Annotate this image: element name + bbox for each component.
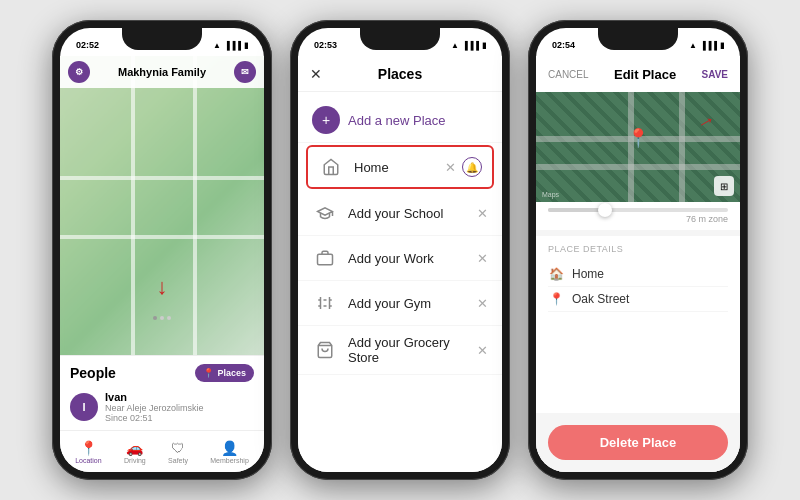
status-icons-1: ▲ ▐▐▐ ▮ bbox=[213, 41, 248, 50]
map-layer-icon[interactable]: ⊞ bbox=[714, 176, 734, 196]
map-road-h2 bbox=[60, 235, 264, 239]
place-row-gym[interactable]: Add your Gym ✕ bbox=[298, 281, 502, 326]
dot-1 bbox=[153, 316, 157, 320]
wifi-icon-2: ▲ bbox=[451, 41, 459, 50]
wifi-icon-3: ▲ bbox=[689, 41, 697, 50]
add-place-icon: + bbox=[312, 106, 340, 134]
home-place-name: Home bbox=[354, 160, 435, 175]
map-dots bbox=[153, 316, 171, 320]
phone-1: 02:52 ▲ ▐▐▐ ▮ ⚙ Makhynia Family ✉ ↓ bbox=[52, 20, 272, 480]
home-delete-icon[interactable]: ✕ bbox=[445, 160, 456, 175]
work-place-name: Add your Work bbox=[348, 251, 467, 266]
nav-membership-label: Membership bbox=[210, 457, 249, 464]
signal-icon-2: ▐▐▐ bbox=[462, 41, 479, 50]
radius-label: 76 m zone bbox=[548, 214, 728, 224]
status-icons-3: ▲ ▐▐▐ ▮ bbox=[689, 41, 724, 50]
grocery-place-icon bbox=[312, 337, 338, 363]
notch-3 bbox=[598, 28, 678, 50]
place-row-work[interactable]: Add your Work ✕ bbox=[298, 236, 502, 281]
work-delete-icon[interactable]: ✕ bbox=[477, 251, 488, 266]
map-road-h1 bbox=[60, 176, 264, 180]
bottom-nav-1: 📍 Location 🚗 Driving 🛡 Safety 👤 Membersh… bbox=[60, 430, 264, 472]
pin-detail-icon: 📍 bbox=[548, 292, 564, 306]
battery-icon-2: ▮ bbox=[482, 41, 486, 50]
radius-fill bbox=[548, 208, 602, 212]
map-road-v1 bbox=[131, 56, 135, 355]
signal-icon-3: ▐▐▐ bbox=[700, 41, 717, 50]
nav-membership[interactable]: 👤 Membership bbox=[210, 440, 249, 464]
maps-label: Maps bbox=[542, 191, 559, 198]
places-close-button[interactable]: ✕ bbox=[310, 66, 322, 82]
school-place-name: Add your School bbox=[348, 206, 467, 221]
place-details-title: Place details bbox=[548, 244, 728, 254]
map-road-v2 bbox=[193, 56, 197, 355]
home-detail-icon: 🏠 bbox=[548, 267, 564, 281]
gym-delete-icon[interactable]: ✕ bbox=[477, 296, 488, 311]
place-row-school[interactable]: Add your School ✕ bbox=[298, 191, 502, 236]
save-button[interactable]: SAVE bbox=[702, 69, 729, 80]
notch-2 bbox=[360, 28, 440, 50]
cancel-button[interactable]: CANCEL bbox=[548, 69, 589, 80]
edit-title: Edit Place bbox=[614, 67, 676, 82]
satellite-map[interactable]: 📍 → Maps ⊞ bbox=[536, 92, 740, 202]
places-btn-label: Places bbox=[217, 368, 246, 378]
add-place-label: Add a new Place bbox=[348, 113, 446, 128]
add-place-row[interactable]: + Add a new Place bbox=[298, 98, 502, 143]
place-details-section: Place details 🏠 Home 📍 Oak Street bbox=[536, 236, 740, 413]
gym-place-name: Add your Gym bbox=[348, 296, 467, 311]
school-place-icon bbox=[312, 200, 338, 226]
radius-bar-area: 76 m zone bbox=[536, 202, 740, 230]
sat-road-h2 bbox=[536, 164, 740, 170]
nav-driving[interactable]: 🚗 Driving bbox=[124, 440, 146, 464]
places-topbar: ✕ Places bbox=[298, 56, 502, 92]
places-title: Places bbox=[378, 66, 422, 82]
person-row: I Ivan Near Aleje Jerozolimskie Since 02… bbox=[70, 388, 254, 426]
map-area[interactable]: ⚙ Makhynia Family ✉ ↓ bbox=[60, 56, 264, 355]
phone-3: 02:54 ▲ ▐▐▐ ▮ CANCEL Edit Place SAVE 📍 bbox=[528, 20, 748, 480]
sat-location-pin: 📍 bbox=[627, 127, 649, 149]
map-title: Makhynia Family bbox=[118, 66, 206, 78]
settings-icon[interactable]: ⚙ bbox=[68, 61, 90, 83]
delete-btn-area: Delete Place bbox=[536, 413, 740, 472]
grocery-place-name: Add your Grocery Store bbox=[348, 335, 467, 365]
map-blur bbox=[60, 56, 264, 355]
location-nav-icon: 📍 bbox=[80, 440, 97, 456]
battery-icon-3: ▮ bbox=[720, 41, 724, 50]
dot-3 bbox=[167, 316, 171, 320]
nav-driving-label: Driving bbox=[124, 457, 146, 464]
message-icon[interactable]: ✉ bbox=[234, 61, 256, 83]
home-place-actions: ✕ 🔔 bbox=[445, 157, 482, 177]
driving-nav-icon: 🚗 bbox=[126, 440, 143, 456]
school-delete-icon[interactable]: ✕ bbox=[477, 206, 488, 221]
people-panel: People 📍 Places I Ivan Near Aleje Jerozo… bbox=[60, 355, 264, 430]
place-row-home[interactable]: Home ✕ 🔔 bbox=[306, 145, 494, 189]
signal-icon: ▐▐▐ bbox=[224, 41, 241, 50]
work-place-icon bbox=[312, 245, 338, 271]
nav-location-label: Location bbox=[75, 457, 101, 464]
battery-icon: ▮ bbox=[244, 41, 248, 50]
detail-place-address: Oak Street bbox=[572, 292, 629, 306]
places-icon: 📍 bbox=[203, 368, 214, 378]
phone-2: 02:53 ▲ ▐▐▐ ▮ ✕ Places + Add a new Place bbox=[290, 20, 510, 480]
places-button[interactable]: 📍 Places bbox=[195, 364, 254, 382]
person-info: Ivan Near Aleje Jerozolimskie Since 02:5… bbox=[105, 391, 254, 423]
sat-road-v2 bbox=[679, 92, 685, 202]
gym-place-icon bbox=[312, 290, 338, 316]
phone1-content: ⚙ Makhynia Family ✉ ↓ People 📍 Places bbox=[60, 56, 264, 472]
grocery-delete-icon[interactable]: ✕ bbox=[477, 343, 488, 358]
dot-2 bbox=[160, 316, 164, 320]
person-avatar: I bbox=[70, 393, 98, 421]
detail-row-address: 📍 Oak Street bbox=[548, 287, 728, 312]
delete-place-button[interactable]: Delete Place bbox=[548, 425, 728, 460]
home-bell-icon[interactable]: 🔔 bbox=[462, 157, 482, 177]
nav-safety[interactable]: 🛡 Safety bbox=[168, 440, 188, 464]
status-time-3: 02:54 bbox=[552, 40, 575, 50]
status-time-1: 02:52 bbox=[76, 40, 99, 50]
detail-place-name: Home bbox=[572, 267, 604, 281]
nav-location[interactable]: 📍 Location bbox=[75, 440, 101, 464]
people-title: People bbox=[70, 365, 116, 381]
place-row-grocery[interactable]: Add your Grocery Store ✕ bbox=[298, 326, 502, 375]
map-arrow: ↓ bbox=[157, 274, 168, 300]
detail-row-name: 🏠 Home bbox=[548, 262, 728, 287]
person-location: Near Aleje Jerozolimskie bbox=[105, 403, 254, 413]
